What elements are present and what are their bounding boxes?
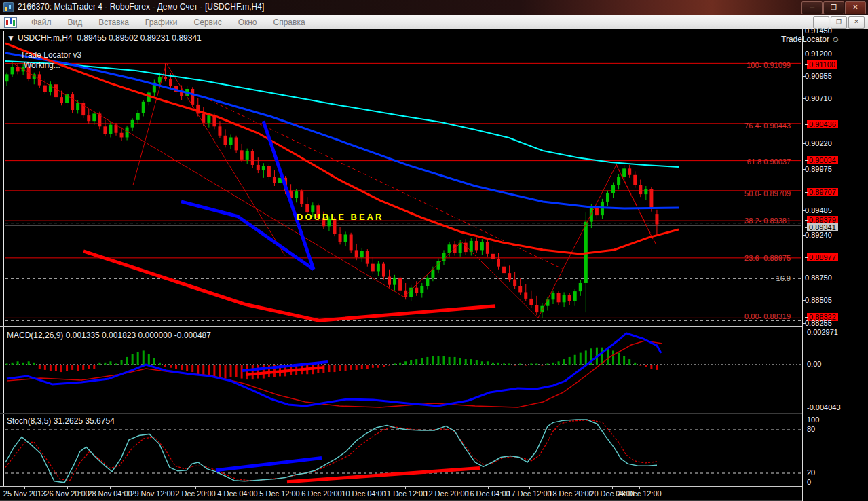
time-tick <box>238 487 238 489</box>
fib-level-label: 16.0 <box>776 274 791 282</box>
fib-level-label: 100- 0.91099 <box>747 61 791 69</box>
menu-item-6[interactable]: Справка <box>265 15 314 29</box>
time-tick <box>24 487 25 489</box>
stoch-scale-label: 80 <box>807 425 815 433</box>
mt4-window: 2166370: MetaTrader 4 - RoboForex - Демо… <box>0 0 868 501</box>
time-tick <box>488 487 489 489</box>
price-tick-label: 0.88750 <box>805 274 832 282</box>
tradelocator-watermark: TradeLocator ☺ <box>781 35 840 44</box>
bottom-edge <box>0 500 868 500</box>
chevron-down-icon: ▼ <box>7 33 15 43</box>
menu-bar: ФайлВидВставкаГрафикиСервисОкноСправка —… <box>0 15 868 30</box>
minimize-button[interactable]: ─ <box>801 1 823 14</box>
price-badge: 0.90436 <box>807 120 838 128</box>
menu-item-5[interactable]: Окно <box>230 15 265 29</box>
stoch-scale-label: 20 <box>807 468 815 477</box>
menu-item-3[interactable]: Графики <box>137 15 186 29</box>
price-badge: 0.90034 <box>807 156 838 164</box>
time-tick <box>447 487 447 489</box>
time-tick-label: 6 Dec 20:00 <box>301 489 341 498</box>
time-tick-label: 4 Dec 04:00 <box>217 489 257 498</box>
macd-scale-label: 0.00 <box>807 360 821 368</box>
price-badge: 0.88977 <box>807 253 838 261</box>
price-scale[interactable]: 0.914500.912000.911000.909550.907100.904… <box>802 29 868 501</box>
maximize-button[interactable]: ❐ <box>823 1 844 14</box>
close-button[interactable]: ✕ <box>845 1 866 14</box>
stoch-values: 31.2625 35.6754 <box>54 416 115 426</box>
menu-items: ФайлВидВставкаГрафикиСервисОкноСправка <box>23 15 314 29</box>
indicator-status-label: Working... <box>24 60 60 70</box>
time-tick-label: 29 Nov 12:00 <box>130 489 174 498</box>
time-tick-label: 2 Dec 20:00 <box>175 489 215 498</box>
time-tick-label: 26 Nov 20:00 <box>45 489 89 498</box>
fib-level-label: 61.8 0.90037 <box>747 157 791 166</box>
time-tick-label: 10 Dec 04:00 <box>341 489 385 498</box>
fib-level-label: 38.2- 0.89381 <box>744 217 791 225</box>
price-tick-label: 0.90220 <box>805 139 832 147</box>
price-tick-label: 0.89485 <box>805 206 832 215</box>
time-tick-label: 17 Dec 12:00 <box>507 489 551 498</box>
fib-level-label: 50.0- 0.89709 <box>744 189 791 198</box>
price-tick-label: 0.89975 <box>805 165 832 173</box>
price-badge: 0.91100 <box>807 60 837 69</box>
time-tick-label: 25 Nov 2013 <box>3 489 45 498</box>
stoch-label: Stoch(8,3,5) 31.2625 35.6754 <box>7 416 115 426</box>
axis-separator <box>0 486 868 487</box>
mdi-restore-button[interactable]: ❐ <box>831 16 847 29</box>
fib-level-label: 23.6- 0.88975 <box>744 254 791 262</box>
time-tick-label: 18 Dec 20:00 <box>548 489 592 498</box>
app-icon <box>3 2 14 12</box>
time-tick <box>612 487 613 489</box>
fib-level-label: 76.4- 0.90443 <box>744 122 791 130</box>
time-tick <box>153 487 153 489</box>
price-tick-label: 0.89240 <box>805 231 832 239</box>
macd-separator[interactable] <box>0 326 868 327</box>
time-tick-label: 28 Nov 04:00 <box>88 489 132 498</box>
time-tick <box>639 487 640 489</box>
menu-item-4[interactable]: Сервис <box>186 15 230 29</box>
macd-scale-label: 0.002971 <box>807 328 838 336</box>
macd-values: 0.001335 0.001823 0.000000 -0.000487 <box>66 331 211 340</box>
price-tick-label: 0.90710 <box>805 94 832 103</box>
time-tick-label: 12 Dec 20:00 <box>424 489 468 498</box>
macd-scale-label: -0.004043 <box>807 403 841 411</box>
double-bear-annotation: DOUBLE BEAR <box>297 212 383 222</box>
time-tick-label: 23 Dec 12:00 <box>617 489 661 498</box>
time-tick-label: 16 Dec 04:00 <box>466 489 510 498</box>
price-tick-label: 0.91450 <box>805 26 832 35</box>
time-tick-label: 5 Dec 12:00 <box>259 489 299 498</box>
time-tick <box>195 487 196 489</box>
menu-item-0[interactable]: Файл <box>23 15 60 29</box>
time-tick <box>322 487 322 489</box>
time-tick-label: 11 Dec 12:00 <box>383 489 428 498</box>
stoch-separator[interactable] <box>0 413 868 413</box>
price-tick-label: 0.91200 <box>805 50 832 58</box>
indicator-name-label: Trade Locator v3 <box>20 50 81 60</box>
menu-item-2[interactable]: Вставка <box>90 15 137 29</box>
chart-area[interactable]: ▼USDCHF.m,H4 0.89455 0.89502 0.89231 0.8… <box>0 29 868 501</box>
stoch-scale-label: 0 <box>807 478 811 486</box>
ohlc-values: 0.89455 0.89502 0.89231 0.89341 <box>77 33 202 43</box>
stoch-scale-label: 100 <box>807 415 819 424</box>
time-tick <box>571 487 571 489</box>
price-tick-label: 0.88255 <box>805 319 832 327</box>
price-tick-label: 0.90955 <box>805 72 832 80</box>
time-tick <box>110 487 111 489</box>
time-tick <box>280 487 280 489</box>
mdi-close-button[interactable]: ✕ <box>848 16 865 29</box>
left-border-line-2 <box>3 31 4 487</box>
time-tick <box>405 487 406 489</box>
time-tick <box>529 487 530 489</box>
symbol-label: ▼USDCHF.m,H4 0.89455 0.89502 0.89231 0.8… <box>7 33 202 43</box>
menu-item-1[interactable]: Вид <box>60 15 91 29</box>
window-title: 2166370: MetaTrader 4 - RoboForex - Демо… <box>18 2 264 12</box>
price-badge: 0.89707 <box>807 188 838 196</box>
time-tick <box>67 487 68 489</box>
time-axis[interactable]: 25 Nov 201326 Nov 20:0028 Nov 04:0029 No… <box>0 487 868 501</box>
price-tick-label: 0.88505 <box>805 296 832 304</box>
chart-doc-icon[interactable] <box>4 17 17 28</box>
title-bar[interactable]: 2166370: MetaTrader 4 - RoboForex - Демо… <box>0 0 868 15</box>
plot-svg[interactable] <box>0 29 868 501</box>
macd-label: MACD(12,26,9) 0.001335 0.001823 0.000000… <box>7 331 211 340</box>
left-border-line <box>1 31 1 487</box>
